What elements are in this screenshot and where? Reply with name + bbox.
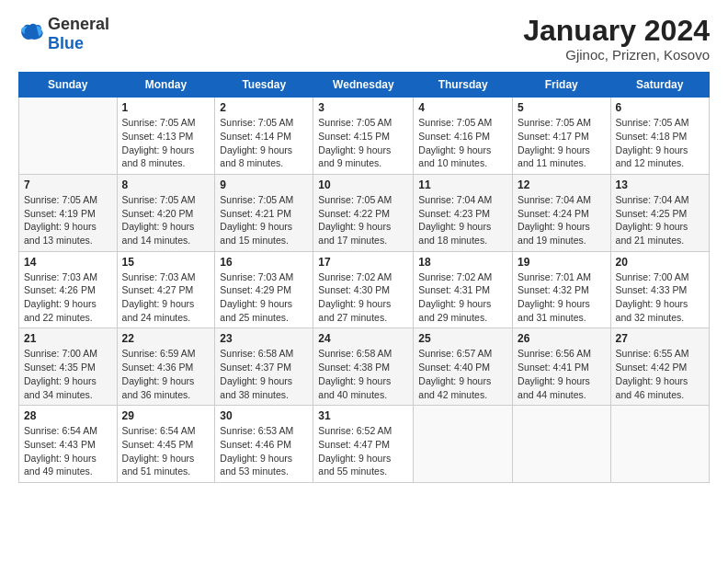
day-detail: Sunrise: 7:00 AMSunset: 4:33 PMDaylight:…: [616, 270, 704, 325]
col-monday: Monday: [117, 73, 215, 98]
day-cell: 6Sunrise: 7:05 AMSunset: 4:18 PMDaylight…: [610, 98, 709, 175]
logo: General Blue: [18, 15, 109, 53]
day-number: 11: [418, 178, 507, 191]
header-row: Sunday Monday Tuesday Wednesday Thursday…: [19, 73, 710, 98]
day-cell: 27Sunrise: 6:55 AMSunset: 4:42 PMDayligh…: [610, 328, 709, 406]
day-detail: Sunrise: 6:54 AMSunset: 4:45 PMDaylight:…: [122, 424, 210, 478]
week-row-3: 14Sunrise: 7:03 AMSunset: 4:26 PMDayligh…: [19, 251, 710, 328]
day-cell: 2Sunrise: 7:05 AMSunset: 4:14 PMDaylight…: [215, 98, 313, 175]
day-number: 24: [318, 332, 408, 345]
day-detail: Sunrise: 7:02 AMSunset: 4:30 PMDaylight:…: [318, 270, 408, 325]
day-number: 5: [518, 101, 606, 114]
day-cell: 25Sunrise: 6:57 AMSunset: 4:40 PMDayligh…: [414, 328, 513, 406]
day-cell: 22Sunrise: 6:59 AMSunset: 4:36 PMDayligh…: [117, 328, 215, 406]
day-number: 1: [122, 101, 210, 114]
day-cell: 19Sunrise: 7:01 AMSunset: 4:32 PMDayligh…: [513, 251, 611, 328]
calendar-table: Sunday Monday Tuesday Wednesday Thursday…: [18, 72, 710, 483]
logo-text-blue: Blue: [48, 34, 84, 52]
calendar-subtitle: Gjinoc, Prizren, Kosovo: [523, 47, 710, 63]
day-cell: 7Sunrise: 7:05 AMSunset: 4:19 PMDaylight…: [19, 174, 118, 251]
day-detail: Sunrise: 7:00 AMSunset: 4:35 PMDaylight:…: [24, 347, 112, 401]
day-cell: 18Sunrise: 7:02 AMSunset: 4:31 PMDayligh…: [414, 251, 513, 328]
day-cell: 5Sunrise: 7:05 AMSunset: 4:17 PMDaylight…: [513, 98, 611, 175]
day-number: 3: [318, 101, 408, 114]
day-detail: Sunrise: 7:04 AMSunset: 4:25 PMDaylight:…: [616, 193, 704, 247]
day-cell: 3Sunrise: 7:05 AMSunset: 4:15 PMDaylight…: [313, 98, 414, 175]
day-cell: [610, 406, 709, 483]
day-number: 10: [318, 178, 408, 191]
day-cell: 13Sunrise: 7:04 AMSunset: 4:25 PMDayligh…: [610, 174, 709, 251]
day-number: 28: [24, 409, 112, 422]
day-detail: Sunrise: 7:03 AMSunset: 4:26 PMDaylight:…: [24, 270, 112, 325]
day-number: 12: [518, 178, 606, 191]
day-detail: Sunrise: 7:04 AMSunset: 4:23 PMDaylight:…: [418, 193, 507, 247]
col-friday: Friday: [513, 73, 611, 98]
day-cell: 16Sunrise: 7:03 AMSunset: 4:29 PMDayligh…: [215, 251, 313, 328]
day-cell: 10Sunrise: 7:05 AMSunset: 4:22 PMDayligh…: [313, 174, 414, 251]
title-block: January 2024 Gjinoc, Prizren, Kosovo: [523, 15, 710, 63]
day-cell: 28Sunrise: 6:54 AMSunset: 4:43 PMDayligh…: [19, 406, 118, 483]
page: General Blue January 2024 Gjinoc, Prizre…: [0, 0, 728, 563]
day-cell: 29Sunrise: 6:54 AMSunset: 4:45 PMDayligh…: [117, 406, 215, 483]
col-saturday: Saturday: [610, 73, 709, 98]
day-detail: Sunrise: 7:05 AMSunset: 4:15 PMDaylight:…: [318, 116, 408, 170]
day-number: 20: [616, 256, 704, 269]
calendar-title: January 2024: [523, 15, 710, 47]
day-detail: Sunrise: 7:05 AMSunset: 4:13 PMDaylight:…: [122, 116, 210, 170]
day-number: 25: [418, 332, 507, 345]
day-number: 2: [220, 101, 308, 114]
day-number: 13: [616, 178, 704, 191]
day-detail: Sunrise: 7:05 AMSunset: 4:14 PMDaylight:…: [220, 116, 308, 170]
day-detail: Sunrise: 6:58 AMSunset: 4:38 PMDaylight:…: [318, 347, 408, 401]
day-number: 27: [616, 332, 704, 345]
day-number: 7: [24, 178, 112, 191]
day-cell: 17Sunrise: 7:02 AMSunset: 4:30 PMDayligh…: [313, 251, 414, 328]
day-detail: Sunrise: 6:52 AMSunset: 4:47 PMDaylight:…: [318, 424, 408, 478]
day-detail: Sunrise: 7:05 AMSunset: 4:20 PMDaylight:…: [122, 193, 210, 247]
day-cell: 23Sunrise: 6:58 AMSunset: 4:37 PMDayligh…: [215, 328, 313, 406]
day-cell: 4Sunrise: 7:05 AMSunset: 4:16 PMDaylight…: [414, 98, 513, 175]
day-detail: Sunrise: 7:05 AMSunset: 4:19 PMDaylight:…: [24, 193, 112, 247]
day-number: 15: [122, 256, 210, 269]
day-number: 29: [122, 409, 210, 422]
day-number: 26: [518, 332, 606, 345]
day-detail: Sunrise: 6:56 AMSunset: 4:41 PMDaylight:…: [518, 347, 606, 401]
day-number: 30: [220, 409, 308, 422]
day-detail: Sunrise: 6:59 AMSunset: 4:36 PMDaylight:…: [122, 347, 210, 401]
day-detail: Sunrise: 6:53 AMSunset: 4:46 PMDaylight:…: [220, 424, 308, 478]
day-cell: [414, 406, 513, 483]
day-cell: 26Sunrise: 6:56 AMSunset: 4:41 PMDayligh…: [513, 328, 611, 406]
week-row-5: 28Sunrise: 6:54 AMSunset: 4:43 PMDayligh…: [19, 406, 710, 483]
day-detail: Sunrise: 6:55 AMSunset: 4:42 PMDaylight:…: [616, 347, 704, 401]
logo-icon: [18, 21, 44, 47]
col-tuesday: Tuesday: [215, 73, 313, 98]
day-cell: 14Sunrise: 7:03 AMSunset: 4:26 PMDayligh…: [19, 251, 118, 328]
day-cell: 31Sunrise: 6:52 AMSunset: 4:47 PMDayligh…: [313, 406, 414, 483]
day-detail: Sunrise: 7:05 AMSunset: 4:18 PMDaylight:…: [616, 116, 704, 170]
day-detail: Sunrise: 7:02 AMSunset: 4:31 PMDaylight:…: [418, 270, 507, 325]
day-detail: Sunrise: 7:05 AMSunset: 4:21 PMDaylight:…: [220, 193, 308, 247]
day-cell: 15Sunrise: 7:03 AMSunset: 4:27 PMDayligh…: [117, 251, 215, 328]
day-detail: Sunrise: 7:01 AMSunset: 4:32 PMDaylight:…: [518, 270, 606, 325]
day-cell: 8Sunrise: 7:05 AMSunset: 4:20 PMDaylight…: [117, 174, 215, 251]
day-cell: 1Sunrise: 7:05 AMSunset: 4:13 PMDaylight…: [117, 98, 215, 175]
day-number: 31: [318, 409, 408, 422]
day-number: 14: [24, 256, 112, 269]
day-cell: 24Sunrise: 6:58 AMSunset: 4:38 PMDayligh…: [313, 328, 414, 406]
day-detail: Sunrise: 7:04 AMSunset: 4:24 PMDaylight:…: [518, 193, 606, 247]
day-number: 23: [220, 332, 308, 345]
day-cell: 30Sunrise: 6:53 AMSunset: 4:46 PMDayligh…: [215, 406, 313, 483]
day-cell: [19, 98, 118, 175]
day-cell: 9Sunrise: 7:05 AMSunset: 4:21 PMDaylight…: [215, 174, 313, 251]
day-number: 8: [122, 178, 210, 191]
col-thursday: Thursday: [414, 73, 513, 98]
week-row-2: 7Sunrise: 7:05 AMSunset: 4:19 PMDaylight…: [19, 174, 710, 251]
day-detail: Sunrise: 6:57 AMSunset: 4:40 PMDaylight:…: [418, 347, 507, 401]
day-cell: 20Sunrise: 7:00 AMSunset: 4:33 PMDayligh…: [610, 251, 709, 328]
day-detail: Sunrise: 7:05 AMSunset: 4:16 PMDaylight:…: [418, 116, 507, 170]
day-cell: [513, 406, 611, 483]
day-detail: Sunrise: 7:03 AMSunset: 4:27 PMDaylight:…: [122, 270, 210, 325]
header: General Blue January 2024 Gjinoc, Prizre…: [18, 15, 710, 63]
logo-text-block: General Blue: [48, 15, 109, 53]
day-detail: Sunrise: 7:05 AMSunset: 4:22 PMDaylight:…: [318, 193, 408, 247]
